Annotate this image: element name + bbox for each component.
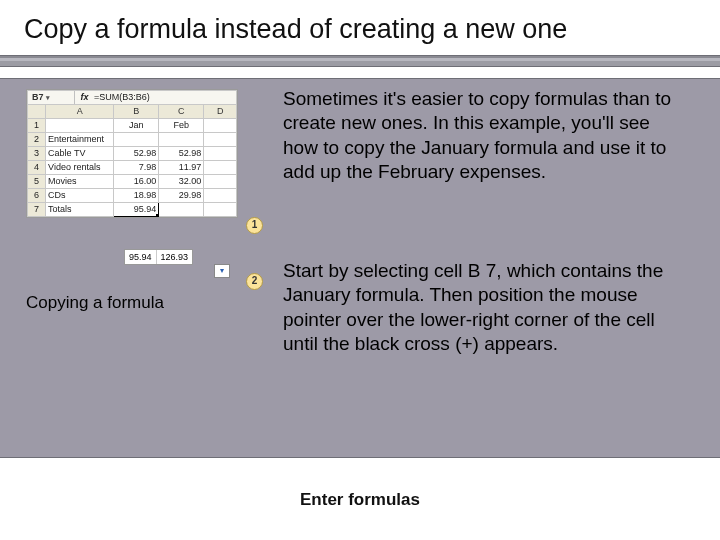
row-header: 6 bbox=[28, 189, 46, 203]
table-row: 7 Totals 95.94 bbox=[28, 203, 237, 217]
selected-cell: 95.94 bbox=[114, 203, 159, 217]
content-band: B7 ▾ fx =SUM(B3:B6) A B C D bbox=[0, 78, 720, 458]
name-box: B7 ▾ bbox=[30, 91, 75, 104]
cell: CDs bbox=[46, 189, 114, 203]
cell bbox=[204, 119, 237, 133]
col-b-header: B bbox=[114, 105, 159, 119]
callout-1: 1 bbox=[246, 217, 263, 234]
cell: 52.98 bbox=[114, 147, 159, 161]
table-row: 3 Cable TV 52.98 52.98 bbox=[28, 147, 237, 161]
row-header: 4 bbox=[28, 161, 46, 175]
row-header: 1 bbox=[28, 119, 46, 133]
cell: 16.00 bbox=[114, 175, 159, 189]
cell: Cable TV bbox=[46, 147, 114, 161]
paragraph-1: Sometimes it's easier to copy formulas t… bbox=[283, 87, 690, 184]
table-row: 4 Video rentals 7.98 11.97 bbox=[28, 161, 237, 175]
slide: Copy a formula instead of creating a new… bbox=[0, 0, 720, 540]
corner-cell bbox=[28, 105, 46, 119]
col-c-header: C bbox=[159, 105, 204, 119]
cell bbox=[204, 175, 237, 189]
formula-bar: B7 ▾ fx =SUM(B3:B6) bbox=[28, 91, 237, 105]
cell: 11.97 bbox=[159, 161, 204, 175]
cell: 29.98 bbox=[159, 189, 204, 203]
row-header: 3 bbox=[28, 147, 46, 161]
autofill-result-bar: 95.94 126.93 bbox=[124, 249, 193, 265]
callout-2: 2 bbox=[246, 273, 263, 290]
autofill-options-icon: ▾ bbox=[214, 264, 230, 278]
float-value: 95.94 bbox=[125, 250, 157, 264]
row-header: 7 bbox=[28, 203, 46, 217]
cell: 18.98 bbox=[114, 189, 159, 203]
cell: Jan bbox=[114, 119, 159, 133]
cell: Totals bbox=[46, 203, 114, 217]
cell: Movies bbox=[46, 175, 114, 189]
row-header: 2 bbox=[28, 133, 46, 147]
left-column: B7 ▾ fx =SUM(B3:B6) A B C D bbox=[26, 89, 254, 218]
float-value: 126.93 bbox=[157, 250, 193, 264]
row-header: 5 bbox=[28, 175, 46, 189]
slide-footer: Enter formulas bbox=[0, 490, 720, 510]
cell bbox=[204, 189, 237, 203]
image-caption: Copying a formula bbox=[26, 293, 254, 313]
table-row: 5 Movies 16.00 32.00 bbox=[28, 175, 237, 189]
paragraph-2: Start by selecting cell B 7, which conta… bbox=[283, 259, 690, 356]
cell: Video rentals bbox=[46, 161, 114, 175]
cell bbox=[204, 147, 237, 161]
cell bbox=[204, 161, 237, 175]
cell: Feb bbox=[159, 119, 204, 133]
title-underline bbox=[0, 55, 720, 67]
cell bbox=[159, 203, 204, 217]
table-row: 1 Jan Feb bbox=[28, 119, 237, 133]
cell bbox=[204, 133, 237, 147]
name-box-value: B7 bbox=[32, 92, 44, 102]
cell: 7.98 bbox=[114, 161, 159, 175]
slide-title: Copy a formula instead of creating a new… bbox=[24, 14, 696, 45]
cell bbox=[204, 203, 237, 217]
cell: 52.98 bbox=[159, 147, 204, 161]
cell bbox=[46, 119, 114, 133]
col-d-header: D bbox=[204, 105, 237, 119]
cell: Entertainment bbox=[46, 133, 114, 147]
column-headers: A B C D bbox=[28, 105, 237, 119]
fx-icon: fx bbox=[78, 92, 92, 102]
chevron-down-icon: ▾ bbox=[46, 94, 50, 101]
cell bbox=[159, 133, 204, 147]
formula-bar-cell: B7 ▾ fx =SUM(B3:B6) bbox=[28, 91, 237, 105]
table-row: 6 CDs 18.98 29.98 bbox=[28, 189, 237, 203]
title-wrap: Copy a formula instead of creating a new… bbox=[24, 14, 696, 45]
spreadsheet-image: B7 ▾ fx =SUM(B3:B6) A B C D bbox=[26, 89, 238, 218]
cell bbox=[114, 133, 159, 147]
table-row: 2 Entertainment bbox=[28, 133, 237, 147]
col-a-header: A bbox=[46, 105, 114, 119]
spreadsheet-table: B7 ▾ fx =SUM(B3:B6) A B C D bbox=[27, 90, 237, 217]
formula-text: =SUM(B3:B6) bbox=[94, 92, 150, 102]
cell: 32.00 bbox=[159, 175, 204, 189]
